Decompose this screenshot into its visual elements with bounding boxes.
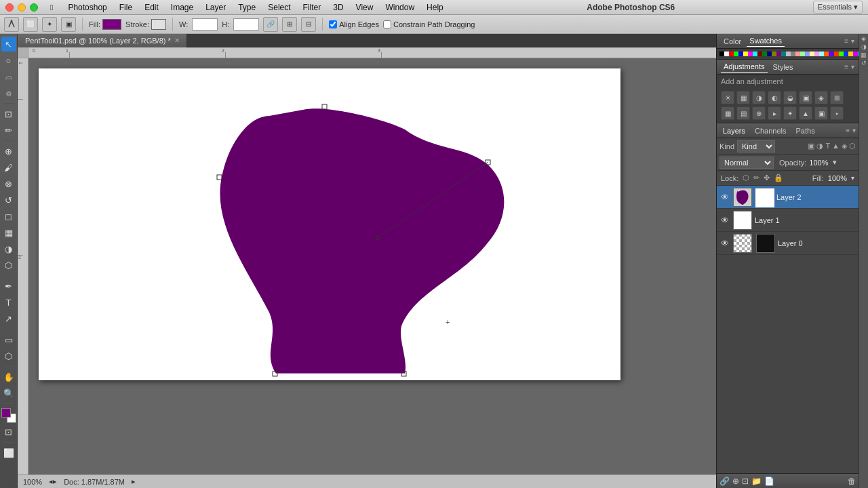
- swatch-cell[interactable]: [839, 52, 844, 56]
- tool-rectangle[interactable]: ▭: [1, 332, 16, 347]
- adj-color-lookup[interactable]: ⊕: [752, 106, 766, 120]
- menu-image[interactable]: Image: [165, 0, 199, 15]
- maximize-button[interactable]: [30, 3, 38, 12]
- tool-screen-mode[interactable]: ⬜: [1, 445, 16, 460]
- zoom-controls[interactable]: ◂▸: [49, 477, 57, 486]
- layer-row-0[interactable]: 👁: [717, 232, 859, 255]
- swatch-cell[interactable]: [786, 52, 791, 56]
- close-button[interactable]: [5, 3, 14, 12]
- tool-stamp[interactable]: ⊗: [1, 176, 16, 191]
- swatch-cell[interactable]: [753, 52, 757, 56]
- filter-pixel-icon[interactable]: ▣: [808, 142, 814, 150]
- layer-0-visibility[interactable]: 👁: [719, 238, 730, 249]
- tool-brush[interactable]: 🖌: [1, 160, 16, 175]
- tab-swatches[interactable]: Swatches: [747, 35, 785, 47]
- shape-mode-btn[interactable]: ⬜: [23, 17, 38, 32]
- tool-blur[interactable]: ◑: [1, 241, 16, 256]
- adj-invert[interactable]: ▸: [768, 106, 781, 120]
- lock-paint-btn[interactable]: ✏: [753, 174, 760, 182]
- fill-value-arrow[interactable]: ▾: [851, 174, 854, 182]
- menu-window[interactable]: Window: [380, 0, 420, 15]
- layer-2-visibility[interactable]: 👁: [719, 192, 730, 203]
- tab-styles[interactable]: Styles: [770, 62, 796, 73]
- layer-row-2[interactable]: 👁: [717, 186, 859, 209]
- swatch-cell[interactable]: [738, 52, 743, 56]
- adj-channel-mixer[interactable]: ▤: [736, 106, 750, 120]
- swatch-cell[interactable]: [814, 52, 819, 56]
- tool-pen[interactable]: ✒: [1, 279, 16, 293]
- align-btn[interactable]: ⊞: [282, 17, 297, 32]
- swatch-cell[interactable]: [734, 52, 738, 56]
- stroke-color-swatch[interactable]: [151, 19, 166, 30]
- menu-filter[interactable]: Filter: [298, 0, 327, 15]
- height-input[interactable]: [233, 18, 259, 30]
- tab-adjustments[interactable]: Adjustments: [721, 61, 768, 73]
- mini-icon-history[interactable]: ↺: [861, 60, 867, 66]
- swatch-cell[interactable]: [748, 52, 753, 56]
- tool-type[interactable]: T: [1, 295, 16, 310]
- adj-posterize[interactable]: ✦: [783, 106, 797, 120]
- adj-curves[interactable]: ◑: [752, 91, 766, 104]
- canvas-scroll[interactable]: +: [28, 58, 716, 474]
- document-tab-close[interactable]: ✕: [174, 37, 180, 44]
- swatch-cell[interactable]: [848, 52, 853, 56]
- lock-position-btn[interactable]: ✤: [764, 174, 770, 182]
- menu-type[interactable]: Type: [233, 0, 261, 15]
- layer-1-visibility[interactable]: 👁: [719, 215, 730, 226]
- adj-hsl[interactable]: ▣: [799, 91, 812, 104]
- tool-quick-mask[interactable]: ⊡: [1, 424, 16, 439]
- swatch-cell[interactable]: [767, 52, 772, 56]
- tool-gradient[interactable]: ▦: [1, 225, 16, 240]
- swatch-cell[interactable]: [800, 52, 805, 56]
- tool-zoom[interactable]: 🔍: [1, 386, 16, 401]
- link-layers-btn[interactable]: 🔗: [719, 476, 730, 486]
- lock-transparent-btn[interactable]: ⬡: [743, 174, 749, 182]
- tab-layers[interactable]: Layers: [719, 125, 749, 136]
- mini-icon-color[interactable]: ◈: [861, 35, 866, 42]
- add-style-btn[interactable]: ⊕: [732, 476, 739, 486]
- filter-kind-select[interactable]: Kind Name Effect Mode: [737, 140, 775, 152]
- adj-exposure[interactable]: ◐: [768, 91, 781, 104]
- tool-3d[interactable]: ⬡: [1, 348, 16, 363]
- filter-type-icon[interactable]: T: [825, 142, 830, 150]
- swatch-cell[interactable]: [853, 52, 858, 56]
- tool-path-select[interactable]: ↗: [1, 311, 16, 326]
- constrain-path-checkbox[interactable]: [383, 20, 391, 28]
- lock-all-btn[interactable]: 🔒: [774, 174, 783, 182]
- filter-adj-icon[interactable]: ◑: [816, 142, 823, 150]
- opacity-arrow[interactable]: ▾: [833, 158, 837, 167]
- menu-3d[interactable]: 3D: [328, 0, 349, 15]
- adj-selective-color[interactable]: ▪: [830, 106, 844, 120]
- fg-bg-colors[interactable]: [1, 408, 16, 423]
- doc-info-arrow[interactable]: ▸: [132, 477, 136, 486]
- swatch-cell[interactable]: [762, 52, 767, 56]
- layers-panel-collapse[interactable]: ▾: [852, 127, 856, 134]
- link-wh-btn[interactable]: 🔗: [263, 17, 278, 32]
- tool-move[interactable]: ↖: [1, 37, 16, 52]
- color-panel-menu[interactable]: ≡: [844, 37, 848, 45]
- tool-eraser[interactable]: ◻: [1, 209, 16, 224]
- pixel-mode-btn[interactable]: ▣: [61, 17, 76, 32]
- swatch-cell[interactable]: [772, 52, 776, 56]
- layers-panel-menu[interactable]: ≡: [846, 127, 850, 134]
- apple-menu[interactable]: : [45, 0, 58, 15]
- filter-smart-icon[interactable]: ◈: [842, 142, 847, 150]
- tool-ellipse-marquee[interactable]: ○: [1, 53, 16, 68]
- tab-color[interactable]: Color: [721, 36, 744, 47]
- menu-select[interactable]: Select: [262, 0, 296, 15]
- swatch-cell[interactable]: [781, 52, 786, 56]
- layer-row-1[interactable]: 👁 Layer 1: [717, 209, 859, 232]
- tab-paths[interactable]: Paths: [793, 125, 818, 136]
- mini-icon-adj[interactable]: ◑: [861, 43, 867, 50]
- add-mask-btn[interactable]: ⊡: [742, 476, 749, 486]
- tool-lasso[interactable]: ⌓: [1, 69, 16, 84]
- swatch-cell[interactable]: [805, 52, 810, 56]
- swatch-cell[interactable]: [834, 52, 839, 56]
- menu-photoshop[interactable]: Photoshop: [62, 0, 112, 15]
- color-panel-collapse[interactable]: ▾: [851, 37, 854, 45]
- new-group-btn[interactable]: 📁: [751, 476, 762, 486]
- adj-threshold[interactable]: ▲: [799, 106, 812, 120]
- adj-panel-menu[interactable]: ≡: [844, 63, 848, 70]
- essentials-button[interactable]: Essentials ▾: [813, 1, 863, 14]
- swatch-cell[interactable]: [795, 52, 800, 56]
